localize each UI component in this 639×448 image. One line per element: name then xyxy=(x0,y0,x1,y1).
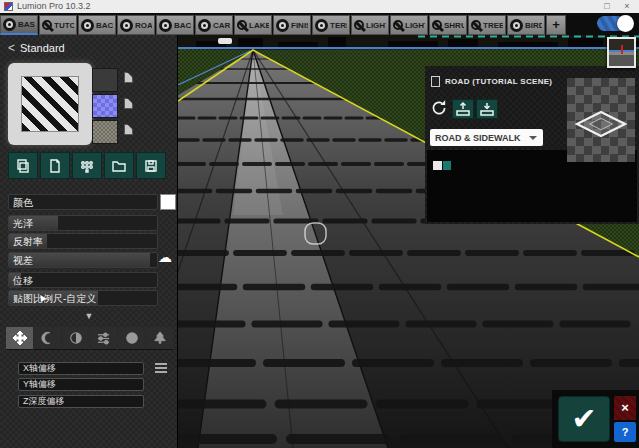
slider-displacement[interactable]: 位移 xyxy=(8,272,158,288)
tab-weathering[interactable] xyxy=(34,327,61,350)
toggle-knob xyxy=(617,15,634,32)
material-preview[interactable] xyxy=(8,63,92,145)
app-logo-icon xyxy=(4,2,13,11)
expand-more-icon[interactable]: ▼ xyxy=(0,311,178,321)
texture-slot-diffuse[interactable] xyxy=(92,68,118,92)
slider-reflectivity[interactable]: 反射率 xyxy=(8,233,158,249)
confirm-cluster: ✔ × ? xyxy=(552,390,639,448)
document-icon xyxy=(431,76,440,87)
object-title: ROAD (TUTORIAL SCENE) xyxy=(445,77,552,86)
material-subtabs xyxy=(6,327,173,350)
slider-texture-scale[interactable]: 贴图比例尺-自定义 xyxy=(8,290,158,306)
material-title: Standard xyxy=(20,42,65,54)
bright-sky-gap xyxy=(218,38,232,44)
eye-icon[interactable] xyxy=(81,19,94,32)
x-offset-field[interactable]: X轴偏移 xyxy=(18,362,144,375)
z-offset-field[interactable]: Z深度偏移 xyxy=(18,395,144,408)
layer-tab-car[interactable]: CAR B xyxy=(195,15,233,35)
display-mode-icon[interactable] xyxy=(433,161,451,170)
layers-toggle-switch[interactable] xyxy=(597,16,633,31)
tab-tree[interactable] xyxy=(146,327,173,350)
refresh-button[interactable] xyxy=(429,98,449,118)
eye-off-icon[interactable] xyxy=(42,20,52,30)
layer-tab-tuto[interactable]: TUTO xyxy=(39,15,77,35)
camera-marker xyxy=(621,45,623,54)
slider-gloss[interactable]: 光泽 xyxy=(8,215,158,231)
close-window-button[interactable]: × xyxy=(619,0,635,13)
texture-slot-normal[interactable] xyxy=(92,94,118,118)
help-button[interactable]: ? xyxy=(614,422,636,442)
selected-item-preview[interactable] xyxy=(567,78,635,162)
eye-icon[interactable] xyxy=(159,19,172,32)
layer-tab-trees[interactable]: TREE xyxy=(468,15,506,35)
material-library-button[interactable] xyxy=(72,152,102,179)
layer-tab-back-1[interactable]: BACK xyxy=(78,15,116,35)
category-dropdown[interactable]: ROAD & SIDEWALK xyxy=(430,129,543,146)
eye-off-icon[interactable] xyxy=(237,20,247,30)
eye-off-icon[interactable] xyxy=(432,20,442,30)
dropdown-value: ROAD & SIDEWALK xyxy=(430,133,529,143)
store-item-button[interactable] xyxy=(452,99,474,119)
texture-slot-detail[interactable] xyxy=(92,120,118,144)
road-plane-thumb xyxy=(567,78,635,162)
color-swatch[interactable] xyxy=(160,194,176,210)
layer-tab-back-2[interactable]: BACK xyxy=(156,15,194,35)
retrieve-item-button[interactable] xyxy=(476,99,498,119)
material-actions xyxy=(8,152,166,179)
object-panel-header: ROAD (TUTORIAL SCENE) xyxy=(431,76,552,87)
eye-icon[interactable] xyxy=(276,19,289,32)
layer-tab-birds[interactable]: BIRDS xyxy=(507,15,545,35)
tab-animation-clock[interactable] xyxy=(118,327,145,350)
layer-tab-finish[interactable]: FINISI xyxy=(273,15,311,35)
chevron-left-icon[interactable]: < xyxy=(8,41,15,55)
eye-icon[interactable] xyxy=(120,19,133,32)
layer-tab-shrubs[interactable]: SHRU xyxy=(429,15,467,35)
tab-position[interactable] xyxy=(6,327,33,350)
layer-tab-road[interactable]: ROAD xyxy=(117,15,155,35)
eye-off-icon[interactable] xyxy=(393,20,403,30)
cancel-button[interactable]: × xyxy=(614,396,636,420)
eye-icon[interactable] xyxy=(510,19,523,32)
y-offset-field[interactable]: Y轴偏移 xyxy=(18,378,144,391)
layer-tab-base[interactable]: BASE xyxy=(0,15,38,35)
photo-viewpoint-thumbnail[interactable] xyxy=(607,37,636,68)
material-panel: < Standard 颜色 光泽 反射率 视差 位移 贴图比例尺-自定义 ☁ ▲… xyxy=(0,35,178,448)
layer-tab-bar: BASE TUTO BACK ROAD BACK CAR B LAKE FINI… xyxy=(0,13,639,35)
layer-tab-light-1[interactable]: LIGHT xyxy=(351,15,389,35)
layer-tab-lake[interactable]: LAKE xyxy=(234,15,272,35)
eye-icon[interactable] xyxy=(198,19,211,32)
tab-settings[interactable] xyxy=(90,327,117,350)
eye-icon[interactable] xyxy=(315,19,328,32)
menu-icon[interactable] xyxy=(155,363,167,375)
tab-foliage[interactable] xyxy=(62,327,89,350)
load-material-button[interactable] xyxy=(104,152,134,179)
slider-color[interactable]: 颜色 xyxy=(8,194,158,210)
object-panel: ROAD (TUTORIAL SCENE) ROAD & SIDEWALK xyxy=(425,66,639,224)
paste-texture-icon[interactable] xyxy=(124,124,133,135)
layer-tab-terrain[interactable]: TERR xyxy=(312,15,350,35)
eye-off-icon[interactable] xyxy=(354,20,364,30)
slider-parallax[interactable]: 视差 xyxy=(8,252,158,268)
maximize-button[interactable]: □ xyxy=(599,0,615,13)
window-title: Lumion Pro 10.3.2 xyxy=(17,0,595,13)
stripe-texture-thumb xyxy=(21,76,79,132)
cloud-icon: ☁ xyxy=(158,250,172,264)
paste-material-button[interactable] xyxy=(40,152,70,179)
layer-tab-light-2[interactable]: LIGHT xyxy=(390,15,428,35)
save-material-button[interactable] xyxy=(136,152,166,179)
add-layer-button[interactable]: + xyxy=(546,15,566,35)
material-panel-header: < Standard xyxy=(8,41,65,55)
confirm-button[interactable]: ✔ xyxy=(558,396,610,442)
eye-off-icon[interactable] xyxy=(471,20,481,30)
chevron-down-icon xyxy=(529,136,537,144)
paste-texture-icon[interactable] xyxy=(124,98,133,109)
copy-material-button[interactable] xyxy=(8,152,38,179)
lumion-app-window: Lumion Pro 10.3.2 □ × BASE TUTO BACK ROA… xyxy=(0,0,639,448)
title-bar: Lumion Pro 10.3.2 □ × xyxy=(0,0,639,13)
paste-texture-icon[interactable] xyxy=(124,72,133,83)
eye-icon[interactable] xyxy=(3,18,16,31)
